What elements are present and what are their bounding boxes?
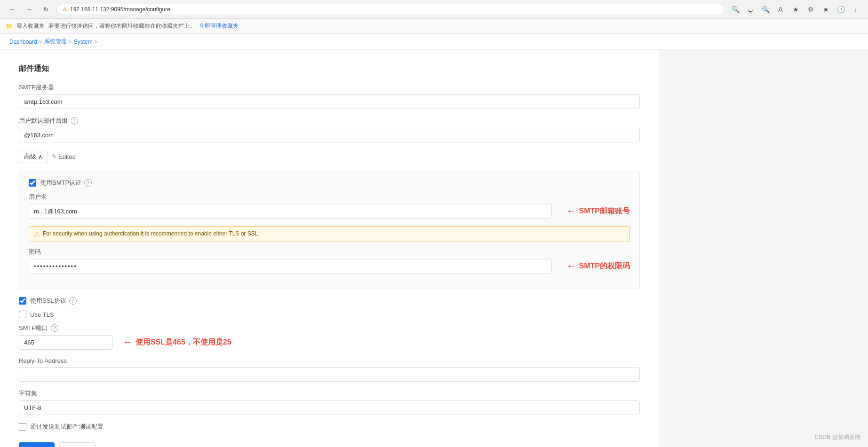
use-ssl-row: 使用SSL协议 ? [19,297,640,305]
forward-button[interactable]: → [23,3,36,16]
back-button[interactable]: ← [6,3,19,16]
test-email-row: 通过发送测试邮件测试配置 [19,423,640,431]
save-button[interactable]: 保存 [19,442,55,447]
password-label: 密码 [29,248,630,256]
breadcrumb-dashboard[interactable]: Dashboard [9,39,37,45]
download-button[interactable]: ↓ [849,3,862,16]
user-domain-group: 用户默认邮件后缀 ? [19,117,640,142]
password-group: 密码 → SMTP的权限码 [29,248,630,274]
charset-label: 字符集 [19,389,640,398]
smtp-auth-label[interactable]: 使用SMTP认证 ? [40,179,92,187]
smtp-auth-row: 使用SMTP认证 ? [29,179,630,187]
test-email-checkbox[interactable] [19,423,26,431]
favorites-bar: 📁 导入收藏夹 若要进行快速访问，请将你的网址收藏放在此收藏夹栏上。 立即管理收… [0,19,868,34]
action-buttons: 保存 应用 [19,442,640,447]
breadcrumb-sep2: > [69,39,72,45]
charset-input[interactable] [19,400,640,415]
apply-button[interactable]: 应用 [59,442,96,447]
search-button[interactable]: 🔍 [729,3,742,16]
warning-triangle-icon: ⚠ [34,230,40,238]
charset-group: 字符集 [19,389,640,415]
refresh-button[interactable]: ↻ [40,3,53,16]
watermark: CSDN @菜鸡菩斯 [814,433,860,441]
main-content: 邮件通知 SMTP服务器 用户默认邮件后缀 ? 高级 ∧ ✎ Edited [0,50,659,447]
history-button[interactable]: 🕐 [834,3,847,16]
security-warning-icon: ⚠ [63,6,67,12]
password-input[interactable] [29,259,552,274]
folder-icon: 📁 [6,23,13,30]
settings-button[interactable]: ⚙ [804,3,817,16]
edited-badge: ✎ Edited [52,153,76,160]
browser-actions: 🔍 ﺏ 🔍 A ★ ⚙ ★ 🕐 ↓ [729,3,862,16]
reader-button[interactable]: ﺏ [744,3,757,16]
favorites-import-text: 导入收藏夹 [16,22,45,30]
smtp-server-group: SMTP服务器 [19,83,640,109]
manage-favorites-link[interactable]: 立即管理收藏夹 [199,22,239,30]
zoom-button[interactable]: 🔍 [759,3,772,16]
breadcrumb-sep1: > [39,39,42,45]
advanced-label: 高级 [24,152,36,161]
pencil-icon: ✎ [52,153,56,160]
favorites-tip-text: 若要进行快速访问，请将你的网址收藏放在此收藏夹栏上。 [48,22,195,30]
breadcrumb-system-mgmt[interactable]: 系统管理 [44,38,67,46]
auth-section: 使用SMTP认证 ? 用户名 → SMTP邮箱账号 ⚠ For securi [19,171,640,289]
help-icon-port[interactable]: ? [51,324,58,332]
annotation-smtp-password: SMTP的权限码 [579,261,630,271]
breadcrumb-sep3: > [95,39,98,45]
smtp-auth-checkbox[interactable] [29,179,36,187]
smtp-port-input[interactable] [19,335,113,350]
use-tls-row: Use TLS [19,311,640,318]
security-warning-text: For security when using authentication i… [43,230,258,237]
section-title: 邮件通知 [19,64,640,74]
favorites-button[interactable]: ★ [789,3,802,16]
reply-to-label: Reply-To Address [19,357,640,364]
address-bar[interactable]: ⚠ 192.168.11.132:9095/manage/configure [56,4,725,15]
url-text: 192.168.11.132:9095/manage/configure [70,6,719,13]
help-icon-ssl[interactable]: ? [69,297,77,305]
security-warning-box: ⚠ For security when using authentication… [29,226,630,242]
use-ssl-checkbox[interactable] [19,297,26,305]
reply-to-group: Reply-To Address [19,357,640,382]
help-icon-smtp-auth[interactable]: ? [84,179,92,187]
browser-chrome: ← → ↻ ⚠ 192.168.11.132:9095/manage/confi… [0,0,868,19]
text-button[interactable]: A [774,3,787,16]
user-domain-input[interactable] [19,128,640,142]
edited-text: Edited [58,153,76,160]
reply-to-input[interactable] [19,367,640,382]
annotation-smtp-account: SMTP邮箱账号 [579,206,630,216]
advanced-bar: 高级 ∧ ✎ Edited [19,150,640,163]
smtp-port-label: SMTP端口 ? [19,324,640,332]
use-ssl-label[interactable]: 使用SSL协议 ? [30,297,77,305]
username-group: 用户名 → SMTP邮箱账号 [29,193,630,219]
annotation-smtp-port: 使用SSL是465，不使用是25 [135,337,231,347]
user-domain-label: 用户默认邮件后缀 ? [19,117,640,125]
breadcrumb-system[interactable]: System [74,39,93,45]
smtp-server-label: SMTP服务器 [19,83,640,92]
breadcrumb: Dashboard > 系统管理 > System > [0,34,868,50]
username-label: 用户名 [29,193,630,201]
test-email-label[interactable]: 通过发送测试邮件测试配置 [30,423,104,431]
use-tls-checkbox[interactable] [19,311,26,318]
help-icon-domain[interactable]: ? [71,117,78,125]
smtp-port-group: SMTP端口 ? → 使用SSL是465，不使用是25 [19,324,640,350]
chevron-up-icon: ∧ [38,153,43,160]
advanced-button[interactable]: 高级 ∧ [19,150,48,163]
favorites-manage[interactable]: ★ [819,3,832,16]
smtp-server-input[interactable] [19,94,640,109]
username-input[interactable] [29,204,552,219]
use-tls-label[interactable]: Use TLS [30,311,54,318]
